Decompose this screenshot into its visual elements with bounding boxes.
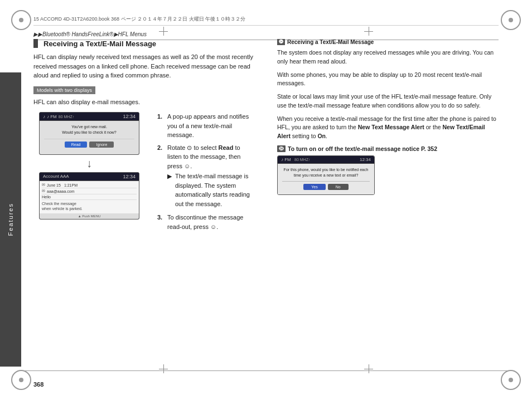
notification-buttons: Read Ignore	[44, 142, 134, 148]
account-item-preview: Hello	[42, 194, 137, 200]
right-para-4: When you receive a text/e-mail message f…	[277, 115, 499, 141]
intro-text: HFL can display newly received text mess…	[33, 52, 255, 80]
title-bar-icon	[33, 39, 38, 48]
step-2: 2. Rotate ⊙ to select Read to listen to …	[157, 143, 255, 210]
account-header: Account AAA 12:34	[40, 173, 139, 181]
steps-list: 1. A pop-up appears and notifies you of …	[157, 112, 255, 235]
right-section-title: ⓲ Receiving a Text/E-Mail Message	[277, 39, 499, 45]
account-item-1: ✉ June 15 1:21PM	[42, 182, 137, 188]
right-screen-buttons: Yes No	[282, 184, 370, 190]
bottom-divider	[21, 370, 511, 371]
inline-reference: ⓲ To turn on or off the text/e-mail mess…	[277, 145, 499, 152]
notification-text: You've got new mail.Would you like to ch…	[44, 124, 134, 135]
corner-decoration-tr	[501, 10, 521, 30]
right-para-1: The system does not display any received…	[277, 48, 499, 66]
step-1: 1. A pop-up appears and notifies you of …	[157, 112, 255, 140]
right-para-3: State or local laws may limit your use o…	[277, 92, 499, 110]
account-footer: ▲ Push MENU	[40, 213, 139, 219]
account-list: ✉ June 15 1:21PM ✉ aaa@aaaa.com Hello	[40, 181, 139, 213]
features-label: Features	[7, 203, 14, 236]
right-column: ⓲ Receiving a Text/E-Mail Message The sy…	[266, 39, 499, 195]
sub-text: HFL can also display e-mail messages.	[33, 97, 255, 107]
corner-decoration-br	[501, 370, 521, 390]
account-item-email: ✉ aaa@aaaa.com	[42, 188, 137, 194]
left-column: Receiving a Text/E-Mail Message HFL can …	[33, 39, 266, 235]
screen1-body: You've got new mail.Would you like to ch…	[40, 121, 139, 154]
main-content: Receiving a Text/E-Mail Message HFL can …	[33, 39, 499, 367]
no-button[interactable]: No	[328, 184, 349, 190]
features-sidebar: Features	[0, 72, 21, 367]
ignore-button[interactable]: Ignore	[89, 142, 114, 148]
metadata-bar: 15 ACCORD 4D-31T2A6200.book 368 ページ ２０１４…	[33, 16, 499, 26]
right-para-2: With some phones, you may be able to dis…	[277, 71, 499, 89]
section-title: Receiving a Text/E-Mail Message	[33, 39, 255, 48]
right-notif-text: For this phone, would you like to be not…	[282, 167, 370, 178]
screen-account: Account AAA 12:34 ✉ June 15 1:21PM ✉	[39, 172, 139, 219]
yes-button[interactable]: Yes	[303, 184, 325, 190]
screens-container: ♪ ♪ FM 80 MHZ↑ 12:34 You've got new mail…	[39, 112, 151, 219]
corner-decoration-tl	[11, 10, 31, 30]
arrow-down: ↓	[39, 157, 139, 170]
right-screen-body: For this phone, would you like to be not…	[278, 164, 374, 194]
screen1-header: ♪ ♪ FM 80 MHZ↑ 12:34	[40, 113, 139, 121]
screens-steps-container: ♪ ♪ FM 80 MHZ↑ 12:34 You've got new mail…	[33, 112, 255, 235]
models-badge: Models with two displays	[33, 86, 95, 94]
screen-notification: ♪ ♪ FM 80 MHZ↑ 12:34 You've got new mail…	[39, 112, 139, 155]
step-2-sub: ▶ The text/e-mail message is displayed. …	[167, 172, 255, 208]
right-screen-header: ♪ FM 80 MHZ↑ 12:34	[278, 156, 374, 164]
right-screen: ♪ FM 80 MHZ↑ 12:34 For this phone, would…	[277, 155, 375, 195]
step-3: 3. To discontinue the message read-out, …	[157, 213, 255, 231]
corner-decoration-bl	[11, 370, 31, 390]
read-button[interactable]: Read	[65, 142, 88, 148]
page-number: 368	[33, 381, 43, 388]
